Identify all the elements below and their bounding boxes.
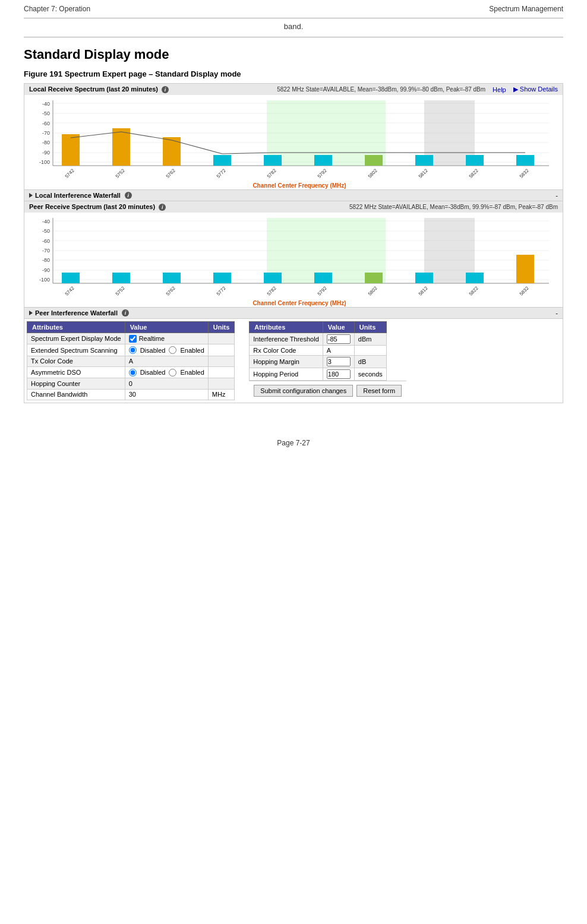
asymdso-enabled[interactable] <box>169 369 176 376</box>
table-row: Tx Color Code A <box>27 356 235 366</box>
section-title: Standard Display mode <box>0 37 587 67</box>
svg-text:Channel Center Frequency (MHz): Channel Center Frequency (MHz) <box>253 182 346 189</box>
submit-config-button[interactable]: Submit configuration changes <box>254 385 353 397</box>
svg-rect-28 <box>314 155 332 166</box>
asymdso-disabled[interactable] <box>129 369 137 376</box>
svg-text:-80: -80 <box>42 257 50 263</box>
hopping-margin-input[interactable] <box>327 357 351 366</box>
svg-text:5742: 5742 <box>64 167 75 179</box>
peer-chart-header: Peer Receive Spectrum (last 20 minutes) … <box>24 201 563 213</box>
svg-text:5802: 5802 <box>367 285 378 296</box>
peer-chart-stat: 5822 MHz State=AVAILABLE, Mean=-38dBm, 9… <box>349 204 558 210</box>
peer-waterfall-dash: - <box>556 309 558 317</box>
ext-scanning-disabled[interactable] <box>129 346 137 354</box>
svg-text:-70: -70 <box>42 130 50 136</box>
val-asymmetric-dso[interactable]: Disabled Enabled <box>125 367 208 378</box>
peer-waterfall-triangle <box>29 311 33 315</box>
config-tables-wrapper: Attributes Value Units Spectrum Expert D… <box>24 319 563 403</box>
svg-text:-80: -80 <box>42 140 50 145</box>
val-hopping-counter: 0 <box>125 378 208 389</box>
peer-waterfall-info-icon[interactable]: i <box>122 309 129 317</box>
local-waterfall-header[interactable]: Local Interference Waterfall i - <box>24 189 563 201</box>
local-waterfall-triangle <box>29 193 33 198</box>
table-row: Extended Spectrum Scanning Disabled Enab… <box>27 344 235 356</box>
svg-text:5752: 5752 <box>115 167 126 179</box>
attr-channel-bw: Channel Bandwidth <box>27 389 125 400</box>
units-interference-thresh: dBm <box>354 333 386 346</box>
val-hopping-period[interactable] <box>323 368 354 381</box>
peer-chart-title: Peer Receive Spectrum (last 20 minutes) … <box>29 203 166 211</box>
svg-rect-36 <box>516 155 534 166</box>
svg-text:-50: -50 <box>42 228 50 234</box>
show-details-link[interactable]: ▶ Show Details <box>513 86 558 93</box>
svg-text:-70: -70 <box>42 248 50 254</box>
svg-text:Channel Center Frequency (MHz): Channel Center Frequency (MHz) <box>253 300 346 306</box>
svg-text:5782: 5782 <box>266 285 277 296</box>
local-info-icon[interactable]: i <box>162 86 169 93</box>
local-waterfall-info-icon[interactable]: i <box>125 192 132 199</box>
right-col-value: Value <box>323 322 354 333</box>
section-label: Spectrum Management <box>489 5 563 13</box>
peer-info-icon[interactable]: i <box>159 204 166 211</box>
svg-text:5812: 5812 <box>418 285 429 296</box>
right-table-wrapper: Attributes Value Units Interference Thre… <box>249 321 406 400</box>
svg-rect-59 <box>112 273 130 283</box>
figure-caption-text: Spectrum Expert page – Standard Display … <box>62 69 241 78</box>
val-ext-scanning[interactable]: Disabled Enabled <box>125 344 208 356</box>
peer-chart-header-right: 5822 MHz State=AVAILABLE, Mean=-38dBm, 9… <box>349 204 558 210</box>
val-hopping-margin[interactable] <box>323 356 354 368</box>
svg-rect-34 <box>466 155 484 166</box>
ext-scanning-enabled[interactable] <box>169 346 176 354</box>
units-channel-bw: MHz <box>208 389 235 400</box>
peer-waterfall-header[interactable]: Peer Interference Waterfall i - <box>24 307 563 318</box>
svg-text:5762: 5762 <box>165 285 176 296</box>
local-chart-area: -40 -50 -60 -70 -80 -90 -100 574 <box>24 95 563 189</box>
table-row: Interference Threshold dBm <box>250 333 386 346</box>
svg-text:5792: 5792 <box>317 285 328 296</box>
svg-text:-50: -50 <box>42 110 50 116</box>
realtime-checkbox[interactable] <box>129 335 137 343</box>
svg-text:-60: -60 <box>42 238 50 244</box>
val-display-mode[interactable]: Realtime <box>125 333 208 344</box>
figure-caption-bold: Figure 191 <box>24 69 62 78</box>
table-row: Asymmetric DSO Disabled Enabled <box>27 367 235 378</box>
page-number: Page 7-27 <box>277 439 310 447</box>
svg-rect-69 <box>365 273 383 283</box>
local-chart-header: Local Receive Spectrum (last 20 minutes)… <box>24 84 563 95</box>
config-section: Attributes Value Units Spectrum Expert D… <box>24 318 563 403</box>
svg-text:5782: 5782 <box>266 167 277 179</box>
val-interference-thresh[interactable] <box>323 333 354 346</box>
attr-ext-scanning: Extended Spectrum Scanning <box>27 344 125 356</box>
hopping-period-input[interactable] <box>327 369 351 379</box>
peer-waterfall-label: Peer Interference Waterfall i <box>29 309 129 317</box>
left-col-attributes: Attributes <box>27 322 125 333</box>
help-link[interactable]: Help <box>493 86 506 93</box>
left-config-table: Attributes Value Units Spectrum Expert D… <box>27 321 235 400</box>
svg-text:5822: 5822 <box>468 285 479 296</box>
svg-rect-65 <box>264 273 282 283</box>
svg-text:5832: 5832 <box>519 167 530 179</box>
attr-hopping-counter: Hopping Counter <box>27 378 125 389</box>
svg-text:-40: -40 <box>42 219 50 224</box>
svg-rect-61 <box>163 273 181 283</box>
svg-rect-32 <box>415 155 433 166</box>
svg-rect-71 <box>415 273 433 283</box>
reset-form-button[interactable]: Reset form <box>356 385 402 397</box>
figure-caption: Figure 191 Spectrum Expert page – Standa… <box>0 67 587 83</box>
svg-text:5762: 5762 <box>165 167 176 179</box>
svg-text:5832: 5832 <box>519 285 530 296</box>
interference-thresh-input[interactable] <box>327 334 351 344</box>
svg-text:-90: -90 <box>42 267 50 273</box>
attr-tx-color: Tx Color Code <box>27 356 125 366</box>
svg-text:5822: 5822 <box>468 167 479 179</box>
attr-interference-thresh: Interference Threshold <box>250 333 323 346</box>
chapter-label: Chapter 7: Operation <box>24 5 90 13</box>
svg-text:-60: -60 <box>42 121 50 126</box>
svg-rect-57 <box>62 273 80 283</box>
svg-rect-20 <box>112 128 130 166</box>
local-chart-stat: 5822 MHz State=AVAILABLE, Mean=-38dBm, 9… <box>277 86 485 93</box>
page-header: Chapter 7: Operation Spectrum Management <box>0 0 587 18</box>
svg-rect-75 <box>516 255 534 283</box>
svg-text:-40: -40 <box>42 101 50 107</box>
svg-rect-18 <box>62 134 80 166</box>
